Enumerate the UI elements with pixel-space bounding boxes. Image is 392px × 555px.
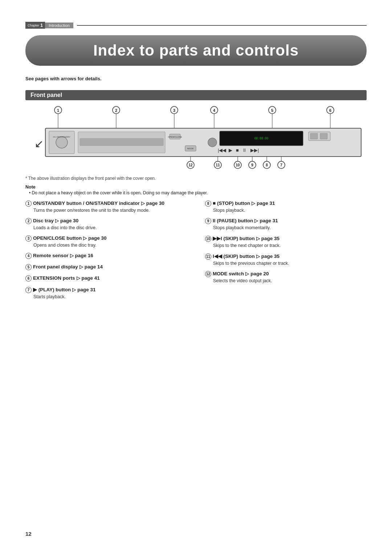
section-header: Front panel — [25, 90, 367, 100]
control-item-9: 9 II (PAUSE) button ▷ page 31 Stops play… — [205, 218, 367, 230]
title-banner: Index to parts and controls — [25, 35, 367, 66]
svg-text:|◀◀: |◀◀ — [218, 147, 226, 153]
svg-text:↙: ↙ — [34, 138, 44, 150]
control-desc-12: Selects the video output jack. — [213, 278, 367, 283]
controls-section: 1 ON/STANDBY button / ON/STANDBY indicat… — [25, 200, 367, 304]
chapter-line — [77, 25, 367, 26]
callout-12: 12 — [205, 271, 211, 277]
control-desc-8: Stops playback. — [213, 208, 367, 213]
chapter-word: Chapter — [28, 24, 39, 27]
control-title-9: 9 II (PAUSE) button ▷ page 31 — [205, 218, 367, 224]
control-title-3: 3 OPEN/CLOSE button ▷ page 30 — [25, 235, 187, 242]
callout-2: 2 — [25, 218, 32, 224]
control-title-8: 8 ■ (STOP) button ▷ page 31 — [205, 200, 367, 207]
control-desc-10: Skips to the next chapter or track. — [213, 243, 367, 248]
page-container: Chapter 1 Introduction Index to parts an… — [0, 0, 392, 555]
callout-6: 6 — [25, 275, 32, 281]
svg-point-26 — [208, 138, 217, 147]
control-item-6: 6 EXTENSION ports ▷ page 41 — [25, 275, 187, 281]
svg-text:10: 10 — [236, 163, 240, 167]
diagram-caption: * The above illustration displays the fr… — [25, 176, 367, 181]
front-panel-section: Front panel 1 2 3 4 — [25, 90, 367, 195]
svg-text:00:00:00: 00:00:00 — [254, 137, 269, 140]
control-desc-3: Opens and closes the disc tray. — [33, 243, 187, 248]
chapter-number: 1 — [40, 23, 43, 28]
control-title-10: 10 ▶▶I (SKIP) button ▷ page 35 — [205, 235, 367, 242]
callout-7: 7 — [25, 287, 32, 293]
control-item-11: 11 I◀◀ (SKIP) button ▷ page 35 Skips to … — [205, 253, 367, 266]
note-text: Do not place a heavy object on the cover… — [29, 190, 208, 195]
svg-text:■: ■ — [236, 147, 239, 153]
control-item-7: 7 ▶ (PLAY) button ▷ page 31 Starts playb… — [25, 287, 187, 299]
svg-text:6: 6 — [329, 108, 331, 113]
control-item-4: 4 Remote sensor ▷ page 16 — [25, 253, 187, 259]
control-item-2: 2 Disc tray ▷ page 30 Loads a disc into … — [25, 218, 187, 230]
svg-point-20 — [56, 137, 68, 148]
control-title-4: 4 Remote sensor ▷ page 16 — [25, 253, 187, 259]
svg-rect-38 — [320, 133, 327, 139]
svg-text:4: 4 — [213, 108, 216, 113]
chapter-bar: Chapter 1 Introduction — [25, 22, 367, 29]
controls-right-column: 8 ■ (STOP) button ▷ page 31 Stops playba… — [205, 200, 367, 304]
device-diagram-container: 1 2 3 4 5 6 — [25, 106, 367, 170]
control-title-12: 12 MODE switch ▷ page 20 — [205, 271, 367, 277]
svg-text:8: 8 — [266, 163, 268, 167]
control-title-11: 11 I◀◀ (SKIP) button ▷ page 35 — [205, 253, 367, 260]
control-item-1: 1 ON/STANDBY button / ON/STANDBY indicat… — [25, 200, 187, 213]
control-desc-11: Skips to the previous chapter or track. — [213, 261, 367, 266]
callout-8: 8 — [205, 200, 211, 207]
svg-text:II: II — [243, 147, 246, 153]
svg-rect-23 — [80, 138, 163, 146]
control-item-10: 10 ▶▶I (SKIP) button ▷ page 35 Skips to … — [205, 235, 367, 248]
callout-9: 9 — [205, 218, 211, 224]
control-title-5: 5 Front panel display ▷ page 14 — [25, 264, 187, 270]
control-title-6: 6 EXTENSION ports ▷ page 41 — [25, 275, 187, 281]
control-desc-2: Loads a disc into the disc drive. — [33, 225, 187, 230]
control-desc-9: Stops playback momentarily. — [213, 225, 367, 230]
page-title: Index to parts and controls — [40, 42, 352, 59]
control-title-7: 7 ▶ (PLAY) button ▷ page 31 — [25, 287, 187, 293]
svg-text:OPEN/CLOSE: OPEN/CLOSE — [168, 136, 182, 138]
chapter-intro: Introduction — [45, 23, 73, 28]
svg-text:▶▶|: ▶▶| — [250, 147, 259, 153]
subtitle: See pages with arrows for details. — [25, 76, 367, 81]
control-desc-7: Starts playback. — [33, 294, 187, 299]
svg-text:12: 12 — [188, 163, 193, 167]
control-desc-1: Turns the power on/restores the unit to … — [33, 208, 187, 213]
svg-text:2: 2 — [115, 108, 117, 113]
control-item-8: 8 ■ (STOP) button ▷ page 31 Stops playba… — [205, 200, 367, 213]
chapter-label: Chapter 1 — [25, 22, 45, 29]
svg-text:▶: ▶ — [229, 147, 232, 153]
control-item-5: 5 Front panel display ▷ page 14 — [25, 264, 187, 270]
control-item-12: 12 MODE switch ▷ page 20 Selects the vid… — [205, 271, 367, 283]
device-diagram-svg: 1 2 3 4 5 6 — [25, 106, 367, 169]
callout-4: 4 — [25, 253, 32, 259]
svg-text:1: 1 — [57, 108, 59, 113]
control-title-1: 1 ON/STANDBY button / ON/STANDBY indicat… — [25, 200, 187, 207]
callout-11: 11 — [205, 254, 211, 260]
svg-text:7: 7 — [280, 163, 282, 167]
svg-text:3: 3 — [173, 108, 175, 113]
callout-1: 1 — [25, 200, 32, 207]
svg-text:I/U ON/STANDBY: I/U ON/STANDBY — [53, 136, 70, 138]
callout-3: 3 — [25, 235, 32, 242]
svg-text:11: 11 — [216, 163, 220, 167]
control-item-3: 3 OPEN/CLOSE button ▷ page 30 Opens and … — [25, 235, 187, 248]
svg-rect-37 — [310, 133, 318, 139]
svg-text:9: 9 — [251, 163, 253, 167]
page-number: 12 — [25, 531, 32, 537]
callout-5: 5 — [25, 264, 32, 270]
note-section: Note Do not place a heavy object on the … — [25, 184, 367, 195]
controls-left-column: 1 ON/STANDBY button / ON/STANDBY indicat… — [25, 200, 187, 304]
svg-text:MODE: MODE — [187, 147, 194, 150]
note-label: Note — [25, 185, 36, 190]
svg-text:5: 5 — [271, 108, 273, 113]
control-title-2: 2 Disc tray ▷ page 30 — [25, 218, 187, 224]
callout-10: 10 — [205, 236, 211, 242]
